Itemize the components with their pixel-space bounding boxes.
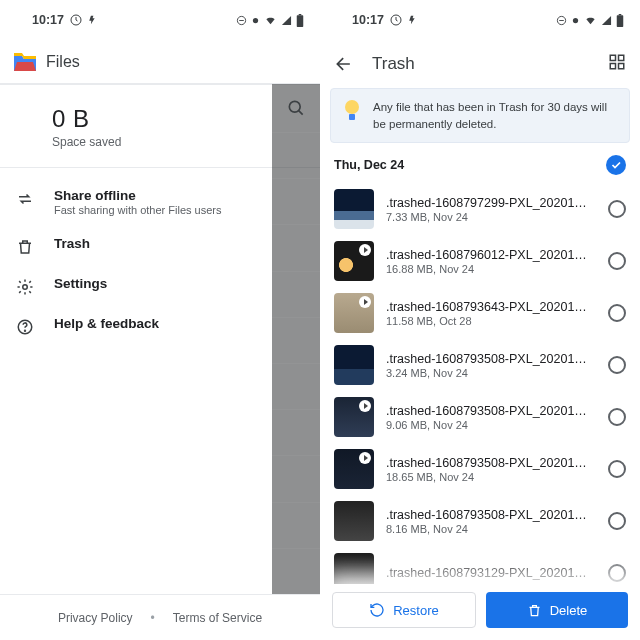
select-checkbox[interactable]	[608, 356, 626, 374]
bolt-icon	[88, 14, 98, 26]
delete-label: Delete	[550, 603, 588, 618]
svg-rect-15	[617, 15, 624, 27]
signal-icon	[601, 15, 612, 26]
file-name: .trashed-1608793643-PXL_20201…	[386, 300, 596, 314]
file-list[interactable]: .trashed-1608797299-PXL_20201…7.33 MB, N…	[320, 183, 640, 640]
play-badge-icon	[359, 296, 371, 308]
terms-link[interactable]: Terms of Service	[173, 611, 262, 625]
right-phone: 10:17 Trash Any file that has been in Tr…	[320, 0, 640, 640]
drawer-item-title: Share offline	[54, 188, 222, 203]
file-row[interactable]: .trashed-1608793508-PXL_20201…18.65 MB, …	[320, 443, 640, 495]
view-grid-button[interactable]	[608, 53, 626, 75]
dnd-icon	[556, 15, 567, 26]
file-row[interactable]: .trashed-1608793508-PXL_20201…9.06 MB, N…	[320, 391, 640, 443]
file-meta: 16.88 MB, Nov 24	[386, 263, 596, 275]
swap-icon	[14, 190, 36, 208]
page-title: Trash	[372, 54, 590, 74]
select-checkbox[interactable]	[608, 408, 626, 426]
svg-rect-5	[299, 14, 302, 15]
play-badge-icon	[359, 452, 371, 464]
file-name: .trashed-1608796012-PXL_20201…	[386, 248, 596, 262]
gear-icon	[14, 278, 36, 296]
drawer-item-title: Help & feedback	[54, 316, 159, 331]
action-bar: Restore Delete	[320, 584, 640, 640]
arrow-left-icon	[334, 54, 354, 74]
battery-icon	[296, 14, 304, 27]
date-header: Thu, Dec 24	[334, 158, 404, 172]
play-badge-icon	[359, 400, 371, 412]
svg-line-10	[299, 111, 303, 115]
svg-rect-22	[349, 114, 355, 120]
file-meta: 7.33 MB, Nov 24	[386, 211, 596, 223]
restore-label: Restore	[393, 603, 439, 618]
trash-icon	[527, 603, 542, 618]
date-header-row: Thu, Dec 24	[320, 151, 640, 183]
svg-rect-19	[610, 64, 615, 69]
svg-point-3	[253, 17, 258, 22]
file-row[interactable]: .trashed-1608793643-PXL_20201…11.58 MB, …	[320, 287, 640, 339]
lightbulb-icon	[343, 99, 361, 127]
svg-point-14	[573, 17, 578, 22]
svg-rect-18	[619, 55, 624, 60]
file-thumbnail	[334, 345, 374, 385]
left-phone: 10:17 Files 0 B Space saved Share offlin…	[0, 0, 320, 640]
svg-point-8	[25, 330, 26, 331]
status-app-icon	[70, 14, 82, 26]
drawer-footer: Privacy Policy • Terms of Service	[0, 594, 320, 640]
file-row[interactable]: .trashed-1608793508-PXL_20201…3.24 MB, N…	[320, 339, 640, 391]
svg-point-21	[345, 100, 359, 114]
select-checkbox[interactable]	[608, 252, 626, 270]
app-bar: Files	[0, 40, 320, 84]
select-checkbox[interactable]	[608, 460, 626, 478]
select-checkbox[interactable]	[608, 512, 626, 530]
battery-icon	[616, 14, 624, 27]
file-thumbnail	[334, 449, 374, 489]
wifi-icon	[584, 15, 597, 26]
svg-rect-20	[619, 64, 624, 69]
back-button[interactable]	[334, 54, 354, 74]
select-checkbox[interactable]	[608, 304, 626, 322]
file-row[interactable]: .trashed-1608797299-PXL_20201…7.33 MB, N…	[320, 183, 640, 235]
file-thumbnail	[334, 501, 374, 541]
file-name: .trashed-1608793508-PXL_20201…	[386, 404, 596, 418]
status-bar: 10:17	[0, 0, 320, 40]
status-app-icon	[390, 14, 402, 26]
file-name: .trashed-1608793129-PXL_20201…	[386, 566, 596, 580]
drawer-item-title: Settings	[54, 276, 107, 291]
file-name: .trashed-1608793508-PXL_20201…	[386, 508, 596, 522]
grid-icon	[608, 53, 626, 71]
restore-button[interactable]: Restore	[332, 592, 476, 628]
dot-icon	[571, 16, 580, 25]
delete-button[interactable]: Delete	[486, 592, 628, 628]
help-icon	[14, 318, 36, 336]
select-checkbox[interactable]	[608, 200, 626, 218]
privacy-link[interactable]: Privacy Policy	[58, 611, 133, 625]
svg-rect-4	[297, 15, 304, 27]
drawer-item-title: Trash	[54, 236, 90, 251]
wifi-icon	[264, 15, 277, 26]
drawer-item-subtitle: Fast sharing with other Files users	[54, 204, 222, 216]
file-row[interactable]: .trashed-1608796012-PXL_20201…16.88 MB, …	[320, 235, 640, 287]
scrim-overlay	[272, 84, 320, 594]
file-row[interactable]: .trashed-1608793508-PXL_20201…8.16 MB, N…	[320, 495, 640, 547]
play-badge-icon	[359, 244, 371, 256]
file-thumbnail	[334, 189, 374, 229]
file-name: .trashed-1608797299-PXL_20201…	[386, 196, 596, 210]
file-meta: 18.65 MB, Nov 24	[386, 471, 596, 483]
search-button[interactable]	[272, 84, 320, 132]
svg-point-9	[289, 101, 300, 112]
svg-rect-16	[619, 14, 622, 15]
status-time: 10:17	[352, 13, 384, 27]
dnd-icon	[236, 15, 247, 26]
status-time: 10:17	[32, 13, 64, 27]
app-title: Files	[46, 53, 80, 71]
select-all-toggle[interactable]	[606, 155, 626, 175]
files-logo-icon	[14, 53, 36, 71]
search-icon	[286, 98, 306, 118]
file-meta: 8.16 MB, Nov 24	[386, 523, 596, 535]
file-meta: 11.58 MB, Oct 28	[386, 315, 596, 327]
file-meta: 9.06 MB, Nov 24	[386, 419, 596, 431]
svg-rect-2	[239, 20, 244, 21]
select-checkbox[interactable]	[608, 564, 626, 582]
file-meta: 3.24 MB, Nov 24	[386, 367, 596, 379]
